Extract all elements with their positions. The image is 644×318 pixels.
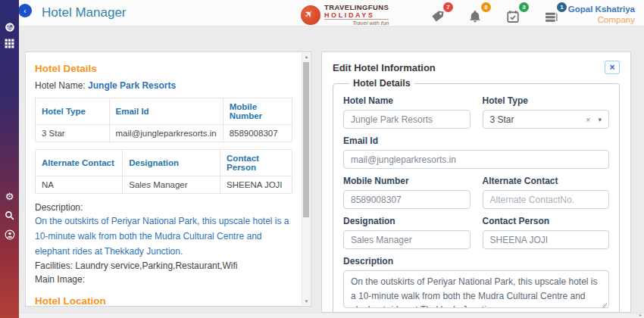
brand-logo: ✈ TRAVELINGFUNS HOLIDAYS Travel with fun (301, 3, 389, 27)
user-menu[interactable]: Gopal Kshatriya Company (568, 4, 635, 26)
mobile-field-label: Mobile Number (343, 176, 470, 186)
sidebar-collapse-button[interactable]: ‹ (18, 4, 32, 17)
alerts-notification-button[interactable]: 8 (468, 5, 488, 23)
logo-tagline: Travel with fun (324, 19, 389, 27)
hotel-type-select[interactable]: 3 Star × ▾ (483, 110, 610, 129)
search-icon[interactable] (0, 210, 19, 220)
tasks-notification-button[interactable]: 1 (544, 5, 564, 23)
facilities-line: Facilities: Laundry service,Parking,Rest… (35, 259, 292, 273)
mobile-input[interactable] (343, 190, 470, 209)
scroll-up-arrow[interactable]: ▲ (302, 55, 311, 59)
tasks-badge: 1 (557, 2, 567, 12)
offers-badge: 7 (443, 2, 453, 12)
close-button[interactable]: × (605, 61, 620, 74)
designation-input[interactable] (343, 230, 470, 249)
horizontal-scrollbar-track[interactable] (0, 313, 644, 318)
main-image-label: Main Image: (35, 273, 292, 286)
panel-vertical-scrollbar[interactable]: ▲ ▼ (302, 53, 310, 305)
edit-panel-title: Edit Hotel Information (333, 62, 436, 73)
hotel-type-value: 3 Star (490, 114, 586, 125)
designation-field-label: Designation (343, 216, 470, 226)
hotel-name-line: Hotel Name: Jungle Park Resorts (35, 80, 292, 91)
logo-line2: HOLIDAYS (324, 11, 389, 19)
apps-grid-icon[interactable] (0, 39, 19, 48)
calendar-badge: 3 (519, 2, 529, 12)
fieldset-legend: Hotel Details (349, 78, 414, 89)
settings-gear-icon[interactable]: ⚙ (0, 191, 19, 202)
hotel-name-field-label: Hotel Name (343, 95, 470, 106)
dashboard-icon[interactable] (0, 22, 19, 33)
table-cell: Sales Manager (123, 176, 220, 194)
hotel-details-panel: Hotel Details Hotel Name: Jungle Park Re… (25, 51, 311, 307)
hotel-name-input[interactable] (343, 110, 470, 129)
profile-icon[interactable] (0, 229, 19, 240)
calendar-notification-button[interactable]: 3 (506, 5, 526, 23)
hotel-details-fieldset: Hotel Details Hotel Name Hotel Type 3 St… (333, 78, 620, 313)
chevron-down-icon[interactable]: ▾ (598, 116, 602, 123)
description-field-label: Description (343, 256, 609, 267)
hotel-contact-table: Alternate Contact Designation Contact Pe… (35, 149, 292, 194)
alternate-contact-input[interactable] (483, 190, 610, 209)
edit-hotel-panel: Edit Hotel Information × Hotel Details H… (321, 51, 631, 313)
user-role: Company (568, 14, 635, 25)
contact-person-field-label: Contact Person (483, 216, 610, 226)
table-cell: 8589008307 (223, 125, 292, 142)
hotel-location-title: Hotel Location (35, 295, 292, 307)
logo-line1: TRAVELINGFUNS (324, 3, 389, 11)
offers-notification-button[interactable]: 7 (430, 5, 450, 23)
hotel-details-title: Hotel Details (35, 63, 292, 74)
scroll-corner-arrow[interactable]: ▸ (639, 312, 642, 317)
table-header-cell: Hotel Type (36, 98, 110, 125)
select-clear-icon[interactable]: × (586, 115, 590, 124)
hotel-info-table: Hotel Type Email Id Mobile Number 3 Star… (35, 98, 292, 142)
scroll-down-arrow[interactable]: ▼ (302, 299, 311, 304)
table-header-cell: Contact Person (220, 150, 292, 176)
calendar-check-icon (506, 9, 520, 23)
sidebar: ⚙ (0, 0, 19, 318)
airplane-logo-icon: ✈ (301, 5, 320, 25)
email-input[interactable] (343, 150, 609, 169)
table-cell: mail@jungleparkresorts.in (109, 125, 223, 142)
table-header-cell: Email Id (109, 98, 223, 125)
hotel-name-label: Hotel Name: (35, 80, 86, 91)
table-cell: 3 Star (36, 125, 110, 142)
scrollbar-thumb[interactable] (303, 62, 309, 217)
bell-icon (468, 9, 482, 23)
hotel-type-field-label: Hotel Type (483, 95, 610, 106)
table-cell: SHEENA JOJI (220, 176, 292, 194)
alternate-contact-field-label: Alternate Contact (483, 176, 610, 186)
description-text: On the outskirts of Periyar National Par… (35, 214, 292, 259)
alerts-badge: 8 (481, 2, 491, 12)
user-name: Gopal Kshatriya (568, 4, 635, 14)
table-header-cell: Mobile Number (223, 98, 292, 125)
table-header-cell: Alternate Contact (36, 150, 123, 176)
task-list-icon (544, 10, 558, 23)
top-bar: ‹ Hotel Manager ✈ TRAVELINGFUNS HOLIDAYS… (19, 0, 644, 26)
email-field-label: Email Id (343, 136, 609, 146)
description-textarea[interactable]: On the outskirts of Periyar National Par… (343, 270, 609, 308)
contact-person-input[interactable] (483, 230, 610, 249)
description-label: Description: (35, 201, 292, 214)
tag-icon (430, 9, 445, 23)
page-title: Hotel Manager (42, 5, 127, 20)
table-cell: NA (36, 176, 123, 194)
table-header-cell: Designation (123, 150, 220, 176)
hotel-name-value: Jungle Park Resorts (88, 80, 176, 91)
